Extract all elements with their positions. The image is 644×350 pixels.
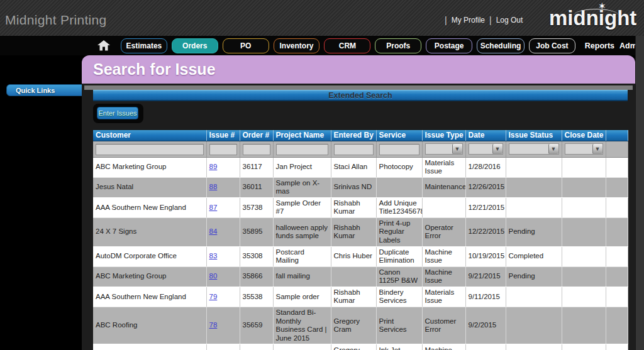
cell-order: 35308	[240, 246, 273, 266]
cell-order: 35895	[240, 217, 273, 246]
col-header-close-date[interactable]: Close Date	[562, 130, 606, 141]
top-bar: Midnight Printing | My Profile | Log Out…	[0, 0, 644, 36]
col-header-project-name[interactable]: Project Name	[273, 130, 331, 141]
cell-issue: 78	[206, 307, 240, 344]
col-header-customer[interactable]: Customer	[93, 130, 206, 141]
issue-number-link[interactable]: 87	[209, 204, 218, 211]
tab-inventory[interactable]: Inventory	[274, 38, 320, 53]
cell-date: 9/11/2015	[465, 287, 506, 307]
midnight-logo: ✶ midnight	[549, 6, 640, 33]
filter-project-name-input[interactable]	[276, 144, 328, 155]
filter-date-select[interactable]: ▼	[469, 143, 503, 155]
home-icon[interactable]	[96, 40, 112, 52]
filter-entered-by-input[interactable]	[334, 144, 374, 155]
cell-status: Pending	[506, 217, 562, 246]
cell-customer: AAA Southern New England	[93, 287, 206, 307]
col-header-date[interactable]: Date	[465, 130, 506, 141]
tab-estimates[interactable]: Estimates	[121, 38, 167, 53]
filter-cell: ▼	[422, 141, 465, 157]
cell-blank	[606, 177, 628, 197]
filter-cell	[93, 141, 206, 157]
sidebar-quick-links-tab[interactable]: Quick Links	[6, 84, 86, 96]
cell-customer: AAA Southern New England	[93, 197, 206, 217]
filter-issue-type-select[interactable]: ▼	[425, 143, 463, 155]
table-row: ABC Marketing Group8035866fall mailingCa…	[93, 266, 628, 287]
cell-customer: Gullo Mazda	[93, 344, 206, 350]
cell-order: 35538	[240, 287, 273, 307]
table-row: Jesus Natal8836011Sample on X-masSriniva…	[93, 177, 628, 197]
filter-close-date-select[interactable]: ▼	[565, 143, 603, 155]
filter-order-number-input[interactable]	[243, 144, 270, 155]
cell-entered-by: Rishabh Kumar	[331, 217, 376, 246]
tab-crm[interactable]: CRM	[324, 38, 370, 53]
extended-search-label: Extended Search	[328, 91, 392, 100]
table-row: AAA Southern New England8735738Sample Or…	[93, 197, 628, 217]
cell-customer: ABC Roofing	[93, 307, 206, 344]
col-header-order-number[interactable]: Order #	[240, 130, 273, 141]
cell-close-date	[562, 287, 606, 307]
filter-cell	[331, 141, 376, 157]
enter-issues-container: Enter Issues	[93, 104, 143, 123]
cell-order: 35705	[240, 344, 273, 350]
table-row: Gullo Mazda7735705PostcardsGregory CramI…	[93, 344, 628, 350]
table-row: AutoDM Corporate Office8335308Postcard M…	[93, 246, 628, 266]
cell-date: 12/22/2015	[465, 217, 506, 246]
cell-service: Canon 1125P B&W	[376, 266, 422, 287]
tab-po[interactable]: PO	[223, 38, 269, 53]
cell-issue-type: Machine Issue	[422, 246, 465, 266]
issues-table-body: ABC Marketing Group8936117Jan ProjectSta…	[93, 157, 628, 350]
cell-issue-type: Machine Issue	[422, 266, 465, 287]
content-panel: Extended Search Enter Issues Customer Is…	[82, 84, 635, 350]
cell-blank	[606, 246, 628, 266]
nav-link-reports[interactable]: Reports	[585, 41, 614, 50]
filter-issue-number-input[interactable]	[209, 144, 237, 155]
cell-service: Bindery Services	[376, 287, 422, 307]
cell-service: Ink Jet Addressing	[376, 344, 422, 350]
cell-order: 36117	[240, 157, 273, 177]
tab-proofs[interactable]: Proofs	[375, 38, 421, 53]
table-row: 24 X 7 Signs8435895halloween apply funds…	[93, 217, 628, 246]
table-row: AAA Southern New England7935538Sample or…	[93, 287, 628, 307]
cell-date: 9/2/2015	[465, 307, 506, 344]
col-header-issue-status[interactable]: Issue Status	[506, 130, 562, 141]
issue-number-link[interactable]: 79	[209, 293, 218, 300]
cell-date: 12/26/2015	[465, 177, 506, 197]
filter-service-input[interactable]	[379, 144, 419, 155]
cell-order: 35866	[240, 266, 273, 287]
issue-number-link[interactable]: 83	[209, 252, 218, 260]
filter-issue-status-select[interactable]: ▼	[509, 143, 559, 155]
col-header-entered-by[interactable]: Entered By	[331, 130, 376, 141]
cell-status	[506, 157, 562, 177]
col-header-issue-type[interactable]: Issue Type	[422, 130, 465, 141]
cell-close-date	[562, 197, 606, 217]
cell-date: 1/28/2016	[465, 157, 506, 177]
filter-customer-input[interactable]	[96, 144, 204, 155]
tab-orders[interactable]: Orders	[172, 38, 218, 53]
issue-number-link[interactable]: 78	[209, 321, 218, 329]
cell-date: 9/21/2015	[465, 266, 506, 287]
cell-issue: 83	[206, 246, 240, 266]
cell-close-date	[562, 217, 606, 246]
issue-number-link[interactable]: 88	[209, 183, 218, 190]
filter-cell	[206, 141, 240, 157]
chevron-down-icon: ▼	[492, 144, 502, 154]
extended-search-bar[interactable]: Extended Search	[93, 90, 628, 101]
cell-service: Duplicate Elimination	[376, 246, 422, 266]
col-header-issue-number[interactable]: Issue #	[206, 130, 240, 141]
logout-link[interactable]: Log Out	[496, 16, 523, 25]
issue-number-link[interactable]: 80	[209, 272, 218, 280]
tab-postage[interactable]: Postage	[426, 38, 472, 53]
cell-entered-by: Rishabh Kumar	[331, 287, 376, 307]
col-header-service[interactable]: Service	[376, 130, 422, 141]
cell-project: halloween apply funds sample	[273, 217, 331, 246]
issue-number-link[interactable]: 89	[209, 163, 218, 170]
filter-cell	[376, 141, 422, 157]
enter-issues-button[interactable]: Enter Issues	[97, 107, 138, 119]
tab-job-cost[interactable]: Job Cost	[529, 38, 575, 53]
my-profile-link[interactable]: My Profile	[452, 16, 485, 25]
issue-number-link[interactable]: 84	[209, 227, 218, 235]
cell-issue-type: Materials Issue	[422, 157, 465, 177]
tab-scheduling[interactable]: Scheduling	[477, 38, 525, 53]
cell-project: Sample on X-mas	[273, 177, 331, 197]
app-title: Midnight Printing	[5, 13, 107, 28]
